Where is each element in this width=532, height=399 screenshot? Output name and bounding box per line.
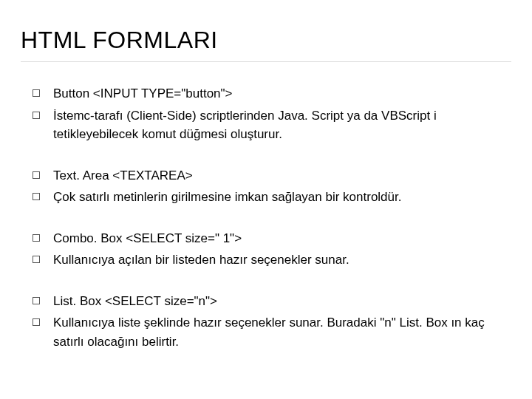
bullet-group: Text. Area <TEXTAREA>Çok satırlı metinle… <box>21 166 511 207</box>
list-item-text: İstemc-tarafı (Client-Side) scriptlerind… <box>53 106 511 144</box>
list-item-text: Kullanıcıya açılan bir listeden hazır se… <box>53 250 511 270</box>
list-item-text: Text. Area <TEXTAREA> <box>53 166 511 185</box>
list-item: Button <INPUT TYPE="button"> <box>21 84 511 103</box>
square-bullet-icon <box>33 193 40 200</box>
square-bullet-icon <box>33 112 40 119</box>
square-bullet-icon <box>33 256 40 263</box>
page-title: HTML FORMLARI <box>21 27 511 62</box>
list-item-text: Combo. Box <SELECT size=" 1"> <box>53 229 511 248</box>
bullet-group: List. Box <SELECT size="n">Kullanıcıya l… <box>21 292 511 352</box>
list-item: Kullanıcıya açılan bir listeden hazır se… <box>21 250 511 270</box>
bullet-group: Button <INPUT TYPE="button">İstemc-taraf… <box>21 84 511 144</box>
list-item: List. Box <SELECT size="n"> <box>21 292 511 311</box>
list-item: Combo. Box <SELECT size=" 1"> <box>21 229 511 248</box>
content-area: Button <INPUT TYPE="button">İstemc-taraf… <box>21 84 511 351</box>
list-item-text: Kullanıcıya liste şeklinde hazır seçenek… <box>53 313 511 351</box>
bullet-group: Combo. Box <SELECT size=" 1">Kullanıcıya… <box>21 229 511 270</box>
list-item-text: Button <INPUT TYPE="button"> <box>53 84 511 103</box>
list-item: Kullanıcıya liste şeklinde hazır seçenek… <box>21 313 511 351</box>
list-item: İstemc-tarafı (Client-Side) scriptlerind… <box>21 106 511 144</box>
square-bullet-icon <box>33 318 40 326</box>
list-item-text: List. Box <SELECT size="n"> <box>53 292 511 311</box>
list-item: Text. Area <TEXTAREA> <box>21 166 511 185</box>
square-bullet-icon <box>33 89 40 97</box>
list-item: Çok satırlı metinlerin girilmesine imkan… <box>21 188 511 207</box>
square-bullet-icon <box>33 297 40 304</box>
square-bullet-icon <box>33 234 40 242</box>
list-item-text: Çok satırlı metinlerin girilmesine imkan… <box>53 188 511 207</box>
square-bullet-icon <box>33 171 40 179</box>
